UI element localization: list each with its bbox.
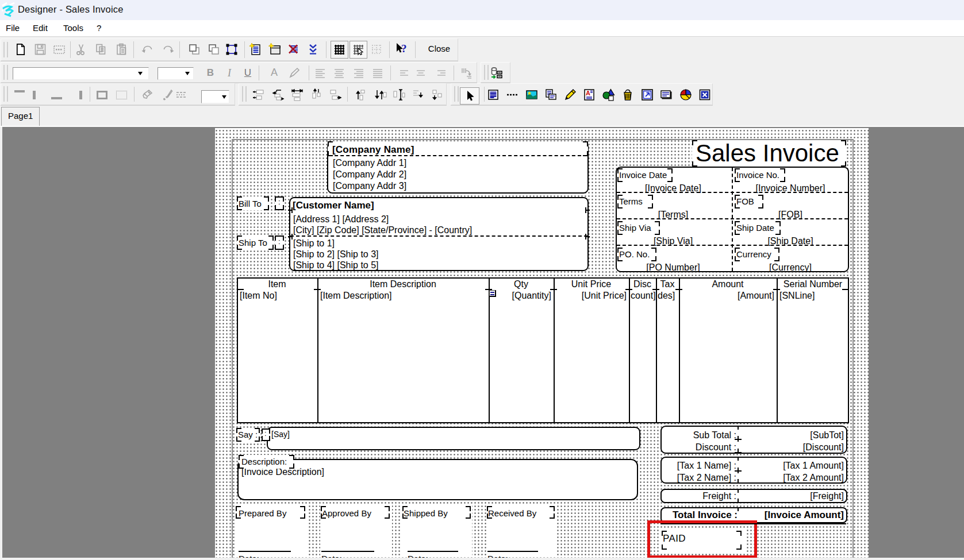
svg-text:A: A [586, 90, 590, 96]
svg-text:?: ? [401, 43, 407, 55]
